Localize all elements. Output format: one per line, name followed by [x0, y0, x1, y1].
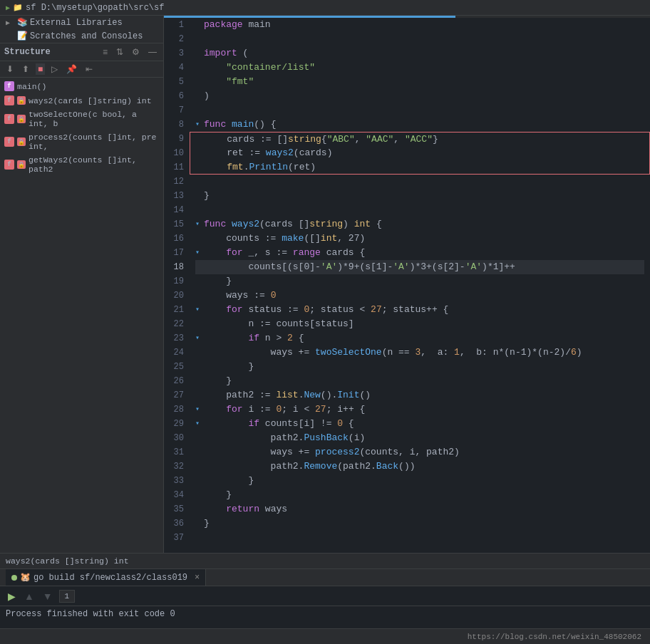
expand-all-button[interactable]: ⬇	[4, 63, 16, 75]
run-up-button[interactable]: ▲	[22, 590, 36, 603]
line-number: 24	[164, 346, 184, 360]
code-line[interactable]	[195, 103, 644, 118]
token-plain: , 27)	[337, 232, 365, 246]
token-plain: .	[299, 388, 304, 402]
line-number: 37	[164, 531, 184, 545]
sort-button[interactable]: ⇅	[114, 46, 125, 58]
code-line[interactable]: }	[195, 189, 644, 203]
code-line[interactable]: ▾ for i := 0; i < 27; i++ {	[195, 402, 644, 417]
pin-button[interactable]: 📌	[64, 63, 79, 75]
code-line[interactable]: path2.PushBack(i)	[195, 431, 644, 445]
code-line[interactable]: ▾ if n > 2 {	[195, 331, 644, 346]
run-down-button[interactable]: ▼	[41, 590, 55, 603]
project-path[interactable]: ▶ 📁 sf D:\mysetup\gopath\src\sf	[6, 3, 164, 13]
code-line[interactable]: return ways	[195, 502, 644, 516]
code-line[interactable]: }	[195, 374, 644, 388]
fold-close-icon: ▾	[195, 516, 204, 531]
line-number: 35	[164, 502, 184, 516]
collapse-all-button[interactable]: ⬆	[20, 63, 31, 75]
run-button[interactable]: ▷	[49, 63, 60, 75]
code-line[interactable]: }	[195, 488, 644, 502]
code-line[interactable]: counts[(s[0]-'A')*9+(s[1]-'A')*3+(s[2]-'…	[195, 260, 644, 274]
token-plain: (n ==	[382, 346, 416, 360]
structure-item[interactable]: f🔒twoSelectOne(c bool, a int, b	[0, 108, 163, 130]
fold-arrow-icon[interactable]: ▾	[195, 246, 204, 260]
sort-alpha-button[interactable]: ≡	[100, 46, 110, 58]
structure-item[interactable]: f🔒getWays2(counts []int, path2	[0, 153, 163, 176]
token-plain: }	[433, 133, 438, 147]
token-plain: }	[204, 274, 232, 289]
code-line[interactable]: ways := 0	[195, 289, 644, 303]
fold-arrow-icon[interactable]: ▾	[195, 402, 204, 417]
code-line[interactable]	[195, 32, 644, 46]
sidebar-item-scratches[interactable]: ▶ 📝 Scratches and Consoles	[0, 29, 163, 43]
code-line[interactable]: ways += twoSelectOne(n == 3, a: 1, b: n*…	[195, 346, 644, 360]
code-line[interactable]: path2.Remove(path2.Back())	[195, 459, 644, 474]
fold-close-icon: ▾	[195, 474, 204, 488]
token-plain: {	[343, 417, 354, 431]
token-plain: ())	[398, 459, 415, 474]
code-line[interactable]: counts := make([]int, 27)	[195, 232, 644, 246]
code-line[interactable]: package main	[195, 18, 644, 32]
line-number: 12	[164, 175, 184, 189]
code-line[interactable]: ▾ if counts[i] != 0 {	[195, 417, 644, 431]
run-play-button[interactable]: ▶	[6, 590, 18, 603]
code-line[interactable]: ways += process2(counts, i, path2)	[195, 445, 644, 459]
sidebar-item-external-libraries[interactable]: ▶ 📚 External Libraries	[0, 16, 163, 29]
run-tab-close[interactable]: ×	[195, 573, 200, 583]
structure-item[interactable]: f🔒ways2(cards []string) int	[0, 93, 163, 108]
code-line[interactable]: ▾ for _, s := range cards {	[195, 246, 644, 260]
code-line[interactable]: ▾ for status := 0; status < 27; status++…	[195, 303, 644, 317]
token-plain: () {	[254, 118, 276, 132]
line-number: 30	[164, 431, 184, 445]
run-tab-item[interactable]: 🐹 go build sf/newclass2/class019 ×	[6, 569, 206, 586]
code-line[interactable]	[195, 203, 644, 217]
code-line[interactable]: ▾func main() {	[195, 118, 644, 132]
run-icon: 🐹	[20, 572, 31, 583]
token-plain: ; status++ {	[382, 303, 449, 317]
token-fn: ways2	[232, 217, 259, 232]
code-line[interactable]: "fmt"	[195, 75, 644, 89]
code-line[interactable]: import (	[195, 46, 644, 61]
lock-icon: 🔒	[17, 96, 26, 105]
code-line[interactable]: ret := ways2(cards)	[190, 146, 650, 160]
token-str: "ABC"	[327, 133, 355, 147]
code-line[interactable]: )	[195, 89, 644, 103]
settings-button[interactable]: ⚙	[130, 46, 142, 58]
code-area[interactable]: 1234567891011121314151617181920212223242…	[164, 18, 650, 553]
fold-arrow-icon[interactable]: ▾	[195, 217, 204, 232]
fold-arrow-icon[interactable]: ▾	[195, 417, 204, 431]
token-plain	[226, 217, 232, 232]
structure-item[interactable]: f🔒process2(counts []int, pre int,	[0, 130, 163, 153]
fold-arrow-icon[interactable]: ▾	[195, 331, 204, 346]
breadcrumb: ways2(cards []string) int	[0, 553, 650, 568]
token-type: string	[309, 217, 343, 232]
code-line[interactable]: ▾ }	[195, 360, 644, 374]
token-plain: counts[(s[0]-	[204, 260, 321, 274]
close-button[interactable]: —	[146, 46, 159, 58]
line-number: 22	[164, 317, 184, 331]
code-line[interactable]: path2 := list.New().Init()	[195, 388, 644, 402]
code-line[interactable]: ▾}	[195, 516, 644, 531]
code-line[interactable]: fmt.Println(ret)	[190, 160, 650, 175]
token-kw: for	[226, 402, 242, 417]
stop-button[interactable]: ■	[36, 63, 45, 75]
fold-arrow-icon[interactable]: ▾	[195, 118, 204, 132]
structure-item[interactable]: fmain()	[0, 79, 163, 93]
code-line[interactable]: ▾func ways2(cards []string) int {	[195, 217, 644, 232]
code-line[interactable]	[195, 531, 644, 545]
code-line[interactable]: "container/list"	[195, 61, 644, 75]
fold-arrow-icon[interactable]: ▾	[195, 303, 204, 317]
code-line[interactable]: ▾ }	[195, 274, 644, 289]
code-content[interactable]: package mainimport ( "container/list" "f…	[190, 18, 650, 553]
navigate-button[interactable]: ⇤	[83, 63, 95, 75]
line-number: 18	[164, 260, 184, 274]
token-fn: PushBack	[304, 431, 348, 445]
struct-item-name: main()	[17, 82, 46, 91]
code-line[interactable]: n := counts[status]	[195, 317, 644, 331]
code-line[interactable]: cards := []string{"ABC", "AAC", "ACC"}	[190, 132, 650, 146]
token-num: 0	[304, 303, 309, 317]
token-plain: (ret)	[288, 160, 316, 175]
code-line[interactable]	[195, 175, 644, 189]
code-line[interactable]: ▾ }	[195, 474, 644, 488]
